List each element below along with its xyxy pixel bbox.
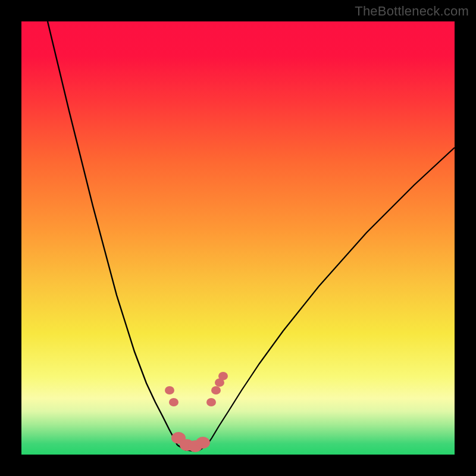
marker-small: [169, 398, 178, 406]
marker-small: [206, 398, 216, 406]
marker-group-small: [165, 372, 228, 406]
curve-left: [48, 21, 177, 445]
marker-group-large: [171, 432, 210, 452]
plot-area: [21, 21, 455, 455]
marker-large: [196, 437, 210, 449]
marker-small: [218, 372, 228, 380]
watermark-text: TheBottleneck.com: [355, 4, 469, 19]
marker-small: [165, 386, 174, 394]
chart-frame: TheBottleneck.com: [0, 0, 476, 476]
marker-small: [211, 386, 221, 394]
curve-svg: [21, 21, 455, 455]
curve-right: [207, 148, 455, 445]
